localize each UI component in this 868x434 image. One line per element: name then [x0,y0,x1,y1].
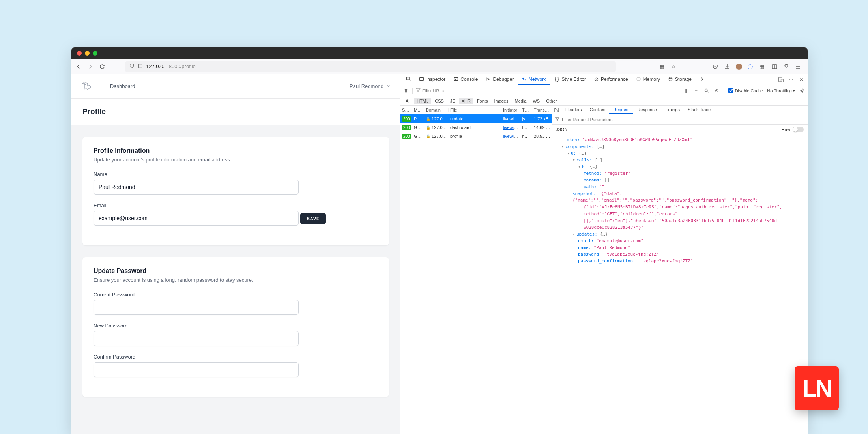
tab-memory[interactable]: Memory [632,74,664,85]
reload-button[interactable] [99,64,105,70]
devtools-panel: Inspector Console Debugger Network {}Sty… [400,74,808,434]
detail-tab-request[interactable]: Request [609,106,633,114]
funnel-icon [555,117,559,122]
type-xhr[interactable]: XHR [459,98,473,104]
nav-dashboard-link[interactable]: Dashboard [110,83,135,89]
svg-rect-2 [407,77,410,80]
type-html[interactable]: HTML [414,98,431,104]
svg-point-10 [705,89,708,92]
minimize-window-button[interactable] [85,51,90,56]
laravel-logo-icon [81,81,92,92]
menu-icon[interactable] [795,64,801,70]
devtools-more-icon[interactable]: ⋯ [788,77,794,83]
browser-toolbar: 127.0.0.1:8000/profile ▦ ☆ ⓘ ▦ [71,59,808,74]
type-images[interactable]: Images [491,98,511,104]
type-css[interactable]: CSS [432,98,447,104]
forward-button[interactable] [87,64,94,70]
save-button[interactable]: SAVE [300,213,326,224]
page-title-bar: Profile [71,99,400,125]
type-other[interactable]: Other [543,98,560,104]
profile-info-subtitle: Update your account's profile informatio… [94,157,378,163]
tab-inspector[interactable]: Inspector [415,74,449,85]
json-header: JSON Raw [552,125,808,134]
pause-icon[interactable]: ‖ [683,88,689,94]
tab-debugger[interactable]: Debugger [482,74,518,85]
svg-point-5 [595,78,598,81]
close-window-button[interactable] [77,51,82,56]
table-row[interactable]: 200P…🔒 127.0.0.…updatelivewire…js…1.72 k… [400,114,552,123]
new-password-input[interactable] [94,331,299,346]
settings-gear-icon[interactable] [799,88,805,94]
current-password-label: Current Password [94,292,378,297]
user-menu[interactable]: Paul Redmond [350,83,391,89]
block-icon[interactable]: ⊘ [714,88,720,94]
puzzle-icon[interactable] [783,64,789,70]
pocket-icon[interactable] [712,64,718,70]
table-row[interactable]: 200G…🔒 127.0.0.…profilelivewire…h…28.53 … [400,132,552,140]
chevron-down-icon [386,83,391,89]
throttling-select[interactable]: No Throttling ▾ [767,88,795,93]
browser-window: 127.0.0.1:8000/profile ▦ ☆ ⓘ ▦ Dashboard [71,47,808,434]
page-icon [138,64,143,70]
tab-console[interactable]: Console [449,74,482,85]
disable-cache-toggle[interactable]: Disable Cache [728,88,763,93]
network-type-filter: All HTML CSS JS XHR Fonts Images Media W… [400,96,808,106]
type-media[interactable]: Media [512,98,529,104]
tab-network[interactable]: Network [518,74,550,85]
type-all[interactable]: All [403,98,413,104]
responsive-mode-icon[interactable] [778,77,784,83]
new-password-label: New Password [94,323,378,329]
update-password-subtitle: Ensure your account is using a long, ran… [94,277,378,283]
tabs-overflow[interactable] [696,74,709,85]
svg-rect-3 [420,77,424,80]
bookmark-star-icon[interactable]: ☆ [671,64,677,70]
email-input[interactable] [94,211,299,226]
detail-tab-response[interactable]: Response [633,106,661,114]
back-button[interactable] [75,64,82,70]
detail-tab-headers[interactable]: Headers [561,106,586,114]
devtools-pick-element[interactable] [402,74,415,85]
devtools-close-icon[interactable]: ✕ [798,77,804,83]
type-ws[interactable]: WS [530,98,542,104]
shield-icon [129,63,135,70]
account-avatar-icon[interactable] [736,64,742,70]
detail-tab-timings[interactable]: Timings [661,106,684,114]
update-password-title: Update Password [94,268,378,275]
laravel-news-badge-icon: LN [795,366,839,410]
type-js[interactable]: JS [447,98,458,104]
detail-close-icon[interactable] [552,106,561,114]
tab-storage[interactable]: Storage [664,74,696,85]
svg-point-7 [669,77,672,79]
table-row[interactable]: 200G…🔒 127.0.0.…dashboardlivewire…h…14.6… [400,123,552,132]
search-icon[interactable] [703,88,710,94]
name-input[interactable] [94,180,299,195]
clear-icon[interactable] [403,88,409,94]
filter-request-params-input[interactable] [562,117,804,122]
filter-urls-input[interactable] [416,87,680,95]
page-title: Profile [82,107,389,116]
detail-tab-cookies[interactable]: Cookies [586,106,610,114]
sidebar-icon[interactable] [771,64,778,70]
funnel-icon [416,88,421,94]
extensions-icon[interactable]: ▦ [760,64,766,70]
confirm-password-label: Confirm Password [94,354,378,360]
name-label: Name [94,171,378,177]
json-label: JSON [556,127,567,132]
json-body[interactable]: _token: "axNwvoJ8NOu8ydm8bRB1oKGWDeS5epw… [552,134,808,434]
window-titlebar [71,47,808,59]
add-icon[interactable]: ＋ [693,88,700,94]
grid-icon[interactable]: ▦ [659,64,666,70]
profile-info-card: Profile Information Update your account'… [82,137,389,245]
confirm-password-input[interactable] [94,362,299,377]
info-icon[interactable]: ⓘ [748,64,754,70]
url-bar[interactable]: 127.0.0.1:8000/profile [125,61,616,72]
download-icon[interactable] [724,64,730,70]
raw-toggle[interactable] [793,127,804,132]
url-text: 127.0.0.1:8000/profile [146,64,196,69]
tab-style-editor[interactable]: {}Style Editor [550,74,590,85]
current-password-input[interactable] [94,300,299,315]
tab-performance[interactable]: Performance [590,74,632,85]
detail-tab-stack[interactable]: Stack Trace [684,106,715,114]
type-fonts[interactable]: Fonts [474,98,491,104]
maximize-window-button[interactable] [93,51,97,56]
